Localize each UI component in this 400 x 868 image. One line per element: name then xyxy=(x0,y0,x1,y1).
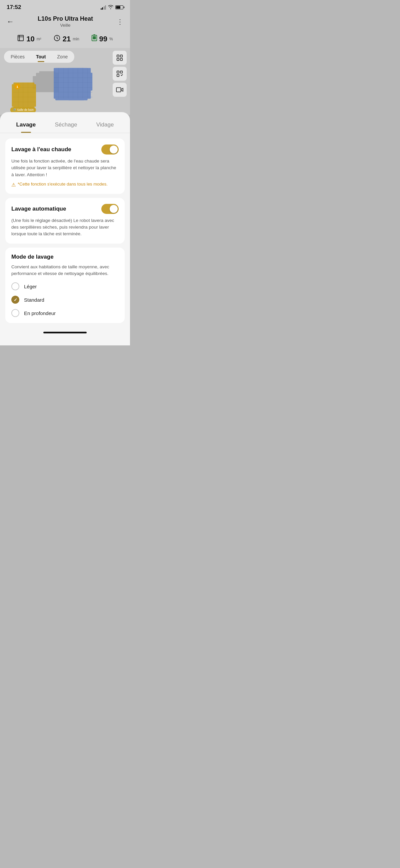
svg-rect-9 xyxy=(116,88,121,92)
svg-text:🚿 Salle de bain: 🚿 Salle de bain xyxy=(13,108,34,112)
battery-stat: 99 % xyxy=(91,34,113,43)
auto-wash-card: Lavage automatique (Une fois le réglage … xyxy=(5,198,125,244)
tab-zone[interactable]: Zone xyxy=(52,52,73,61)
warning-icon: ⚠ xyxy=(11,182,16,188)
svg-rect-4 xyxy=(117,58,119,60)
header: ← L10s Pro Ultra Heat Veille ⋮ xyxy=(0,13,130,32)
hot-water-card-header: Lavage à l'eau chaude xyxy=(11,145,119,155)
hot-water-title: Lavage à l'eau chaude xyxy=(11,146,71,153)
back-button[interactable]: ← xyxy=(5,16,15,27)
svg-rect-0 xyxy=(18,35,24,41)
sheet-tabs: Lavage Séchage Vidage xyxy=(0,112,130,133)
video-button[interactable] xyxy=(113,83,127,97)
bottom-sheet: Lavage Séchage Vidage Lavage à l'eau cha… xyxy=(0,112,130,345)
area-unit: m² xyxy=(37,37,41,41)
time-value: 21 xyxy=(63,35,71,43)
device-status: Veille xyxy=(15,23,115,28)
option-profondeur[interactable]: En profondeur xyxy=(11,309,119,317)
svg-rect-6 xyxy=(117,71,119,73)
wash-mode-desc: Convient aux habitations de taille moyen… xyxy=(11,264,119,277)
option-standard[interactable]: Standard xyxy=(11,296,119,304)
tab-sechage[interactable]: Séchage xyxy=(48,119,84,133)
label-profondeur: En profondeur xyxy=(24,310,56,316)
view-map-button[interactable] xyxy=(113,51,127,65)
hot-water-warning: ⚠ *Cette fonction s'exécute dans tous le… xyxy=(11,182,119,188)
option-leger[interactable]: Léger xyxy=(11,282,119,290)
time-unit: min xyxy=(73,37,79,41)
svg-rect-5 xyxy=(120,58,122,60)
battery-level-icon xyxy=(91,34,97,43)
auto-wash-toggle[interactable] xyxy=(101,204,119,214)
sheet-content: Lavage à l'eau chaude Une fois la foncti… xyxy=(0,133,130,329)
hot-water-warning-text: *Cette fonction s'exécute dans tous les … xyxy=(18,182,108,187)
map-visual: 1 🚿 Salle de bain xyxy=(0,66,130,115)
map-section: Pièces Tout Zone xyxy=(0,48,130,115)
area-stat: 10 m² xyxy=(17,34,41,43)
battery-unit: % xyxy=(109,37,113,41)
status-bar: 17:52 xyxy=(0,0,130,13)
menu-button[interactable]: ⋮ xyxy=(115,17,125,27)
area-value: 10 xyxy=(26,35,34,43)
tab-tout[interactable]: Tout xyxy=(31,52,51,61)
radio-profondeur[interactable] xyxy=(11,309,19,317)
tab-vidage[interactable]: Vidage xyxy=(90,119,121,133)
label-standard: Standard xyxy=(24,297,44,303)
svg-rect-11 xyxy=(39,71,55,76)
time-stat: 21 min xyxy=(53,34,79,43)
auto-wash-desc: (Une fois le réglage désactivé) Le robot… xyxy=(11,217,119,238)
battery-value: 99 xyxy=(99,35,107,43)
wash-mode-options: Léger Standard En profondeur xyxy=(11,282,119,317)
svg-rect-8 xyxy=(117,74,119,76)
auto-wash-card-header: Lavage automatique xyxy=(11,204,119,214)
stats-bar: 10 m² 21 min 99 % xyxy=(0,32,130,48)
radio-standard[interactable] xyxy=(11,296,19,304)
svg-rect-2 xyxy=(117,55,119,57)
battery-status-icon xyxy=(115,5,123,9)
status-icons xyxy=(101,5,124,10)
svg-text:1: 1 xyxy=(16,85,18,88)
svg-rect-7 xyxy=(120,71,122,73)
label-leger: Léger xyxy=(24,284,37,289)
hot-water-card: Lavage à l'eau chaude Une fois la foncti… xyxy=(5,138,125,194)
home-bar xyxy=(43,332,87,333)
header-title: L10s Pro Ultra Heat Veille xyxy=(15,16,115,28)
wifi-icon xyxy=(108,5,114,10)
signal-icon xyxy=(101,5,106,10)
radio-leger[interactable] xyxy=(11,282,19,290)
auto-wash-title: Lavage automatique xyxy=(11,206,66,212)
home-indicator xyxy=(0,329,130,335)
wash-mode-title: Mode de lavage xyxy=(11,254,119,260)
area-icon xyxy=(17,34,24,43)
map-svg: 1 🚿 Salle de bain xyxy=(0,66,130,115)
edit-map-button[interactable] xyxy=(113,67,127,81)
map-action-buttons xyxy=(113,51,127,97)
device-name: L10s Pro Ultra Heat xyxy=(15,16,115,22)
time-icon xyxy=(53,34,61,43)
hot-water-toggle[interactable] xyxy=(101,145,119,155)
tab-pieces[interactable]: Pièces xyxy=(5,52,30,61)
tab-lavage[interactable]: Lavage xyxy=(10,119,43,133)
wash-mode-card: Mode de lavage Convient aux habitations … xyxy=(5,248,125,323)
map-tabs[interactable]: Pièces Tout Zone xyxy=(4,51,74,63)
svg-rect-3 xyxy=(120,55,122,57)
status-time: 17:52 xyxy=(7,4,21,11)
hot-water-desc: Une fois la fonction activée, de l'eau c… xyxy=(11,158,119,178)
